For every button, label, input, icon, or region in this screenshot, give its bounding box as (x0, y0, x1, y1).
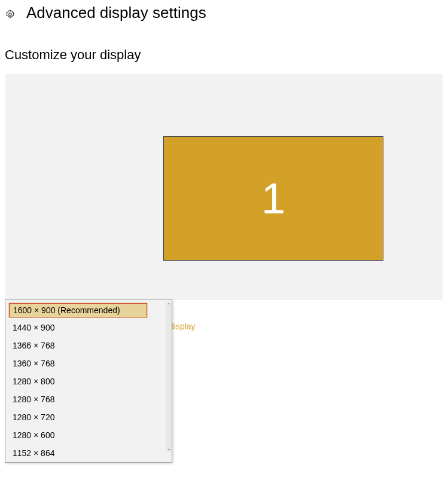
page-title: Advanced display settings (26, 4, 206, 22)
scrollbar-arrow-up-icon[interactable]: ⌃ (166, 302, 172, 308)
wireless-display-link-partial[interactable]: display (169, 322, 196, 331)
customize-subtitle: Customize your display (0, 22, 448, 74)
resolution-dropdown-list[interactable]: ⌃ ⌄ 1600 × 900 (Recommended) 1440 × 900 … (5, 299, 172, 463)
resolution-option[interactable]: 1280 × 600 (5, 426, 166, 444)
resolution-option[interactable]: 1440 × 900 (5, 319, 166, 337)
display-preview-area: 1 (5, 74, 443, 301)
resolution-option[interactable]: 1600 × 900 (Recommended) (8, 302, 148, 318)
resolution-option[interactable]: 1360 × 768 (5, 354, 166, 372)
resolution-option[interactable]: 1280 × 768 (5, 390, 166, 408)
display-monitor-1[interactable]: 1 (163, 136, 383, 261)
svg-point-0 (9, 13, 12, 16)
gear-icon (5, 9, 16, 20)
display-number: 1 (261, 174, 285, 223)
resolution-option[interactable]: 1152 × 864 (5, 444, 166, 462)
scrollbar-arrow-down-icon[interactable]: ⌄ (166, 446, 172, 452)
resolution-option[interactable]: 1280 × 800 (5, 372, 166, 390)
dropdown-scrollbar[interactable] (166, 302, 172, 452)
resolution-option[interactable]: 1280 × 720 (5, 408, 166, 426)
resolution-option[interactable]: 1366 × 768 (5, 337, 166, 354)
